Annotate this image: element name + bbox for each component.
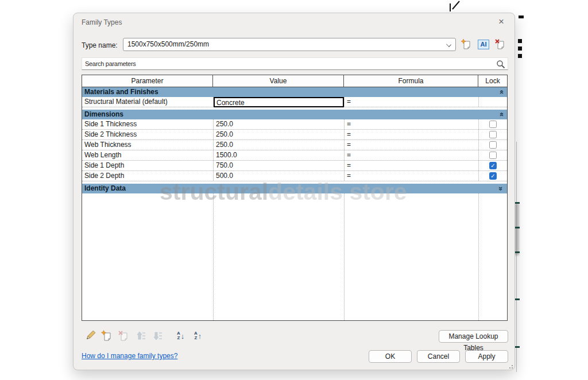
dialog-title: Family Types	[82, 18, 122, 26]
parameter-name: Web Thickness	[82, 140, 213, 150]
formula-cell[interactable]: =	[344, 150, 478, 160]
chevron-down-icon[interactable]	[446, 42, 451, 47]
parameter-name: Side 1 Thickness	[82, 119, 213, 129]
help-link[interactable]: How do I manage family types?	[82, 352, 177, 360]
search-input[interactable]: Search parameters	[82, 57, 508, 70]
lock-checkbox[interactable]	[489, 121, 497, 128]
collapse-group-icon[interactable]: »	[497, 90, 505, 94]
formula-cell[interactable]: =	[344, 140, 478, 150]
table-row: Web Length 1500.0 =	[82, 150, 507, 161]
table-row: Side 1 Thickness 250.0 =	[82, 119, 507, 130]
apply-button[interactable]: Apply	[465, 350, 508, 363]
cancel-button[interactable]: Cancel	[417, 350, 460, 363]
table-header-row: Parameter Value Formula Lock	[82, 75, 507, 87]
column-header-lock: Lock	[478, 75, 507, 87]
table-row: Web Thickness 250.0 =	[82, 140, 507, 150]
move-down-icon[interactable]	[150, 329, 163, 342]
delete-type-icon[interactable]	[494, 38, 506, 51]
column-header-value: Value	[213, 75, 344, 87]
lock-checkbox[interactable]	[489, 131, 497, 138]
value-cell[interactable]: 250.0	[213, 130, 344, 139]
background-square-mark	[518, 54, 522, 58]
resize-grip[interactable]	[507, 363, 513, 369]
type-name-value: 1500x750x500mm/250mm	[127, 40, 209, 48]
lock-checkbox[interactable]	[489, 141, 497, 149]
move-up-icon[interactable]	[134, 329, 146, 342]
new-parameter-icon[interactable]	[100, 329, 113, 342]
column-header-parameter: Parameter	[82, 75, 213, 87]
table-row: Structural Material (default) = Concrete	[82, 97, 507, 107]
parameters-table: Parameter Value Formula Lock Materials a…	[82, 75, 508, 321]
formula-cell[interactable]: =	[344, 119, 478, 129]
edit-parameter-icon[interactable]	[84, 329, 96, 342]
value-cell[interactable]: 250.0	[213, 119, 344, 129]
background-grid-line	[516, 142, 517, 372]
table-row: Side 2 Depth 500.0 =	[82, 171, 507, 181]
formula-cell[interactable]: =	[344, 97, 478, 107]
column-header-formula: Formula	[344, 75, 478, 87]
parameter-name: Side 2 Thickness	[82, 130, 213, 139]
search-icon[interactable]	[496, 60, 505, 69]
lock-checkbox[interactable]	[489, 152, 497, 159]
table-empty-area	[82, 193, 507, 320]
screen: Family Types × Type name: 1500x750x500mm…	[0, 0, 588, 380]
parameter-name: Side 1 Depth	[82, 161, 213, 170]
lock-checkbox[interactable]	[489, 162, 497, 169]
formula-cell[interactable]: =	[344, 171, 478, 181]
group-header-dimensions[interactable]: Dimensions »	[82, 110, 507, 119]
ok-button[interactable]: OK	[369, 350, 412, 363]
table-row: Side 1 Depth 750.0 =	[82, 161, 507, 171]
group-header-identity-data[interactable]: Identity Data »	[82, 184, 507, 193]
parameter-name: Structural Material (default)	[82, 97, 213, 107]
new-type-icon[interactable]	[461, 38, 472, 51]
formula-cell[interactable]: =	[344, 130, 478, 139]
collapse-group-icon[interactable]: »	[497, 113, 505, 117]
parameter-name: Web Length	[82, 150, 213, 160]
background-sketch-marks	[447, 0, 464, 14]
sort-ascending-icon[interactable]: AZ↓	[177, 329, 189, 342]
parameter-name: Side 2 Depth	[82, 171, 213, 181]
family-types-dialog: Family Types × Type name: 1500x750x500mm…	[73, 13, 515, 370]
sort-descending-icon[interactable]: AZ↑	[194, 329, 207, 342]
type-name-label: Type name:	[82, 41, 118, 49]
background-square-mark	[518, 46, 522, 51]
table-row: Side 2 Thickness 250.0 =	[82, 130, 507, 140]
value-cell[interactable]: 500.0	[213, 171, 344, 181]
expand-group-icon[interactable]: »	[497, 187, 505, 191]
formula-cell[interactable]: =	[344, 161, 478, 170]
lock-checkbox[interactable]	[489, 172, 497, 180]
background-square-mark	[518, 39, 522, 43]
rename-type-icon[interactable]: AI	[478, 40, 489, 49]
close-icon[interactable]: ×	[495, 15, 508, 28]
value-cell-selected[interactable]: Concrete	[214, 97, 344, 107]
search-placeholder: Search parameters	[85, 60, 136, 67]
value-cell[interactable]: 1500.0	[213, 150, 344, 160]
value-cell[interactable]: 250.0	[213, 140, 344, 150]
value-cell[interactable]: 750.0	[213, 161, 344, 170]
manage-lookup-tables-button[interactable]: Manage Lookup Tables	[439, 330, 508, 343]
type-name-combobox[interactable]: 1500x750x500mm/250mm	[123, 38, 456, 51]
delete-parameter-icon[interactable]	[117, 329, 130, 342]
background-dash-mark	[519, 15, 524, 18]
group-header-materials[interactable]: Materials and Finishes »	[82, 87, 507, 97]
